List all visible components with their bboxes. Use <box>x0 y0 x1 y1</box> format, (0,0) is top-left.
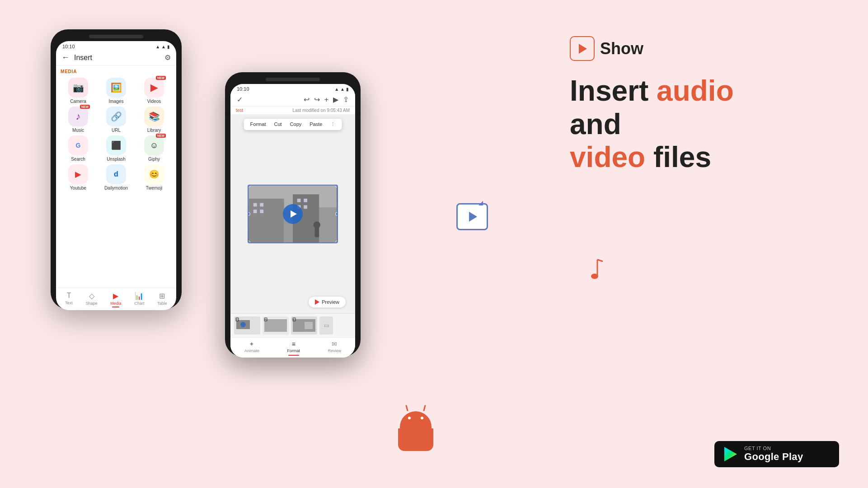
list-item[interactable]: ▶ NEW Videos <box>136 78 172 104</box>
svg-rect-13 <box>314 228 319 237</box>
format-menu-item[interactable]: Format <box>249 121 268 128</box>
slide-number-2: 2 <box>264 317 267 321</box>
chart-nav-label: Chart <box>134 301 144 306</box>
format-tab-icon: ≡ <box>292 340 296 348</box>
insert-content: MEDIA 📷 Camera 🖼️ Images <box>56 65 176 288</box>
video-element[interactable] <box>248 185 338 243</box>
list-item[interactable]: ▶ Youtube <box>61 164 96 191</box>
signal-icon-right: ▲ <box>340 87 345 92</box>
images-label: Images <box>109 99 124 104</box>
google-play-badge[interactable]: GET IT ON Google Play <box>714 441 839 467</box>
add-slide-icon: ▭ <box>324 322 329 329</box>
svg-rect-4 <box>253 203 257 206</box>
play-icon[interactable]: ▶ <box>333 95 338 104</box>
video-play-button[interactable] <box>283 204 303 224</box>
music-icon: ♪ <box>76 111 81 122</box>
music-note-svg <box>583 257 603 282</box>
resize-handle-br[interactable] <box>335 241 338 243</box>
resize-handle-mr[interactable] <box>335 212 338 216</box>
nav-media[interactable]: ▶ Media <box>110 292 122 307</box>
animate-tab-icon: ✦ <box>249 340 254 348</box>
list-item[interactable]: 📚 Library <box>136 107 172 133</box>
svg-rect-11 <box>304 205 307 209</box>
android-head <box>400 411 432 428</box>
slide-name: test <box>236 108 243 113</box>
bottom-tabs-right: ✦ Animate ≡ Format ✉ Review <box>230 337 355 358</box>
list-item[interactable]: 🔗 URL <box>99 107 134 133</box>
wifi-icon: ▲ <box>155 44 160 49</box>
list-item[interactable]: 😊 Twemoji <box>136 164 172 191</box>
checkmark-icon[interactable]: ✓ <box>237 95 243 104</box>
cut-menu-item[interactable]: Cut <box>272 121 283 128</box>
slide-thumb-1[interactable]: 1 <box>234 316 260 335</box>
url-icon-wrap: 🔗 <box>106 107 126 126</box>
camera-icon: 📷 <box>73 82 84 93</box>
review-tab-icon: ✉ <box>332 340 337 348</box>
page-title-left: Insert <box>74 54 164 62</box>
phone-right: 10:10 ▲ ▲ ▮ ✓ ↩ ↪ + ▶ ⇪ test Last modifi… <box>225 72 361 357</box>
copy-menu-item[interactable]: Copy <box>288 121 304 128</box>
svg-point-16 <box>240 322 246 327</box>
settings-icon[interactable]: ⚙ <box>164 53 171 62</box>
resize-handle-tr[interactable] <box>335 185 338 187</box>
library-icon: 📚 <box>149 111 160 122</box>
tab-review[interactable]: ✉ Review <box>328 340 342 356</box>
tab-format[interactable]: ≡ Format <box>287 340 300 356</box>
search-icon-wrap: G <box>68 135 88 155</box>
headline-files: files <box>653 141 711 173</box>
main-headline: Insert audio and video files <box>570 74 841 174</box>
slide-thumb-2[interactable]: 2 <box>263 316 289 335</box>
svg-rect-6 <box>253 209 257 213</box>
dailymotion-icon-wrap: d <box>106 164 126 184</box>
wifi-icon-right: ▲ <box>334 87 339 92</box>
more-menu-item[interactable]: ⋮ <box>328 121 337 128</box>
status-icons-right: ▲ ▲ ▮ <box>334 87 349 92</box>
svg-rect-21 <box>305 322 313 329</box>
svg-marker-25 <box>724 447 737 461</box>
shape-nav-label: Shape <box>86 301 98 306</box>
paste-menu-item[interactable]: Paste <box>308 121 324 128</box>
svg-rect-7 <box>260 209 263 213</box>
video-icon-notch <box>479 201 483 205</box>
new-badge-videos: NEW <box>156 76 166 80</box>
preview-button[interactable]: Preview <box>308 296 346 308</box>
nav-text[interactable]: T Text <box>65 292 73 307</box>
nav-shape[interactable]: ◇ Shape <box>86 292 98 307</box>
list-item[interactable]: ♪ NEW Music <box>61 107 96 133</box>
list-item[interactable]: ⬛ Unsplash <box>99 135 134 162</box>
table-nav-label: Table <box>157 301 167 306</box>
youtube-icon-wrap: ▶ <box>68 164 88 184</box>
tab-animate[interactable]: ✦ Animate <box>244 340 259 356</box>
headline-insert: Insert <box>570 74 657 107</box>
shape-nav-icon: ◇ <box>89 292 94 300</box>
android-torso <box>398 428 433 451</box>
list-item[interactable]: 🖼️ Images <box>99 78 134 104</box>
add-slide-button[interactable]: ▭ <box>319 316 333 335</box>
redo-icon[interactable]: ↪ <box>314 95 320 104</box>
nav-table[interactable]: ⊞ Table <box>157 292 167 307</box>
headline-video: video <box>570 141 653 173</box>
active-indicator <box>112 307 119 307</box>
signal-icon: ▲ <box>161 44 166 49</box>
google-play-store-name: Google Play <box>744 451 803 463</box>
back-button[interactable]: ← <box>61 53 70 62</box>
list-item[interactable]: G Search <box>61 135 96 162</box>
list-item[interactable]: ☺ NEW Giphy <box>136 135 172 162</box>
twemoji-icon-wrap: 😊 <box>144 164 164 184</box>
media-grid: 📷 Camera 🖼️ Images ▶ NEW <box>61 78 172 191</box>
resize-handle-ml[interactable] <box>248 212 250 216</box>
undo-icon[interactable]: ↩ <box>304 95 310 104</box>
animate-tab-label: Animate <box>244 349 259 353</box>
add-icon[interactable]: + <box>324 96 328 104</box>
images-icon-wrap: 🖼️ <box>106 78 126 98</box>
top-bar-left: ← Insert ⚙ <box>56 51 176 65</box>
videos-label: Videos <box>147 99 161 104</box>
status-bar-right: 10:10 ▲ ▲ ▮ <box>230 84 355 93</box>
youtube-icon: ▶ <box>75 169 81 179</box>
list-item[interactable]: d Dailymotion <box>99 164 134 191</box>
camera-icon-wrap: 📷 <box>68 78 88 98</box>
share-icon[interactable]: ⇪ <box>343 95 349 104</box>
list-item[interactable]: 📷 Camera <box>61 78 96 104</box>
nav-chart[interactable]: 📊 Chart <box>134 292 144 307</box>
slide-thumb-3[interactable]: 3 <box>291 316 317 335</box>
